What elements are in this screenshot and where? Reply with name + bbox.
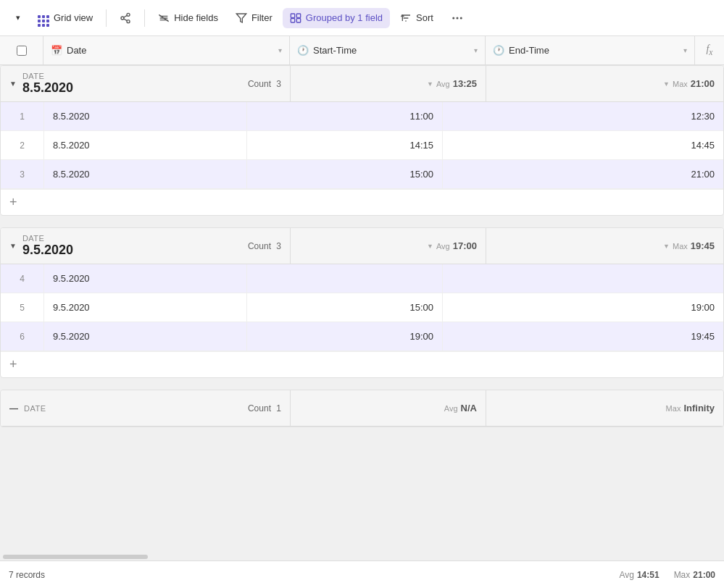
group-3-label: DATE (24, 404, 46, 413)
row-3-end[interactable]: 21:00 (443, 160, 723, 188)
group-2-count-val: 3 (276, 241, 281, 251)
clock-icon-end: 🕐 (493, 45, 504, 56)
header-fx-col[interactable]: fx (695, 36, 724, 64)
row-4-end[interactable] (443, 264, 723, 293)
group-3-header-middle: Avg N/A (291, 390, 486, 426)
svg-point-2 (127, 20, 130, 22)
group-3-header: — DATE Count 1 Avg N/A Max Infinity (1, 390, 723, 427)
svg-point-0 (127, 13, 130, 16)
row-6-num: 6 (1, 322, 44, 350)
header-start-col[interactable]: 🕐 Start-Time ▾ (290, 36, 486, 64)
row-5-date[interactable]: 9.5.2020 (44, 293, 247, 322)
group-spacer-2 (0, 384, 724, 390)
header-end-col[interactable]: 🕐 End-Time ▾ (486, 36, 695, 64)
view-switcher-button[interactable]: ▾ (9, 9, 28, 27)
group-1-chevron-icon[interactable]: ▼ (9, 80, 17, 88)
toolbar: ▾ Grid view Hide fields Filter (0, 0, 724, 36)
group-1-count: Count 3 (248, 79, 281, 89)
header-date-col[interactable]: 📅 Date ▾ (43, 36, 290, 64)
row-3-start[interactable]: 15:00 (247, 160, 443, 188)
more-button[interactable] (444, 7, 471, 29)
group-1-max-label: Max (673, 80, 688, 88)
sort-label: Sort (416, 12, 433, 23)
svg-point-12 (452, 17, 454, 19)
select-all-checkbox[interactable] (17, 46, 27, 56)
row-5-start[interactable]: 15:00 (247, 293, 443, 322)
grid-view-button[interactable]: Grid view (30, 5, 100, 31)
group-3-count-label: Count (248, 403, 271, 413)
group-1-label: DATE (22, 72, 73, 80)
group-2-header-middle: ▼ Avg 17:00 (291, 228, 486, 264)
row-6-start[interactable]: 19:00 (247, 322, 443, 350)
row-2-start[interactable]: 14:15 (247, 131, 443, 159)
hide-fields-label: Hide fields (174, 12, 218, 23)
group-button[interactable]: Grouped by 1 field (283, 8, 390, 28)
group-2-header-left[interactable]: ▼ DATE 9.5.2020 Count 3 (1, 228, 291, 264)
group-1-max-value: 21:00 (691, 78, 715, 89)
svg-rect-8 (296, 14, 300, 17)
share-button[interactable] (112, 8, 138, 28)
row-4-start[interactable] (247, 264, 443, 293)
group-1-header-left[interactable]: ▼ DATE 8.5.2020 Count 3 (1, 66, 291, 101)
table-row[interactable]: 3 8.5.2020 15:00 21:00 (1, 160, 723, 189)
svg-marker-6 (236, 14, 246, 22)
group-3-header-left[interactable]: — DATE Count 1 (1, 390, 291, 426)
group-2-header: ▼ DATE 9.5.2020 Count 3 ▼ Avg 17:00 (1, 228, 723, 264)
row-2-date[interactable]: 8.5.2020 (44, 131, 247, 159)
table-row[interactable]: 1 8.5.2020 11:00 12:30 (1, 102, 723, 131)
group-2-add-row-button[interactable]: + (1, 351, 723, 377)
group-2-label: DATE (22, 234, 73, 243)
clock-icon-start: 🕐 (297, 45, 309, 56)
footer-avg-stat: Avg 14:51 (619, 570, 659, 580)
group-2-avg-value: 17:00 (453, 240, 477, 251)
group-1-avg-chevron: ▼ (427, 80, 433, 88)
end-col-chevron: ▾ (683, 46, 687, 54)
row-1-start[interactable]: 11:00 (247, 102, 443, 130)
group-1-add-row-button[interactable]: + (1, 189, 723, 215)
row-6-date[interactable]: 9.5.2020 (44, 322, 247, 350)
bottom-padding (0, 430, 724, 466)
footer-avg-label: Avg (619, 570, 633, 580)
group-1-date: 8.5.2020 (22, 80, 73, 96)
header-checkbox-col[interactable] (0, 36, 43, 64)
svg-line-4 (124, 15, 128, 17)
footer-max-stat: Max 21:00 (674, 570, 715, 580)
hide-fields-button[interactable]: Hide fields (151, 8, 225, 28)
svg-rect-10 (296, 18, 300, 22)
group-2-header-right: ▼ Max 19:45 (486, 228, 723, 264)
horizontal-scrollbar[interactable] (0, 553, 724, 560)
table-row[interactable]: 6 9.5.2020 19:00 19:45 (1, 322, 723, 351)
start-col-chevron: ▾ (474, 46, 478, 54)
svg-rect-7 (291, 14, 294, 17)
row-2-end[interactable]: 14:45 (443, 131, 723, 159)
scrollbar-thumb[interactable] (3, 555, 148, 559)
filter-button[interactable]: Filter (228, 8, 280, 28)
row-3-date[interactable]: 8.5.2020 (44, 160, 247, 188)
group-1-count-label: Count (248, 79, 271, 89)
group-2-chevron-icon[interactable]: ▼ (9, 242, 17, 250)
table-row[interactable]: 2 8.5.2020 14:15 14:45 (1, 131, 723, 160)
table-row[interactable]: 5 9.5.2020 15:00 19:00 (1, 293, 723, 322)
group-2-max-value: 19:45 (691, 240, 715, 251)
row-5-end[interactable]: 19:00 (443, 293, 723, 322)
svg-line-3 (124, 19, 128, 21)
footer-avg-value: 14:51 (637, 570, 659, 580)
row-2-num: 2 (1, 131, 44, 159)
row-4-date[interactable]: 9.5.2020 (44, 264, 247, 293)
grid-icon (38, 9, 49, 27)
group-3-minus-icon[interactable]: — (9, 403, 18, 413)
group-1-avg-label: Avg (436, 80, 450, 88)
footer-max-label: Max (674, 570, 691, 580)
date-col-label: Date (67, 45, 86, 56)
group-2-count: Count 3 (248, 241, 281, 251)
svg-point-14 (460, 17, 462, 19)
row-1-date[interactable]: 8.5.2020 (44, 102, 247, 130)
group-2-count-label: Count (248, 241, 271, 251)
row-6-end[interactable]: 19:45 (443, 322, 723, 350)
sort-button[interactable]: Sort (393, 8, 441, 28)
toolbar-divider-1 (106, 9, 107, 27)
group-2: ▼ DATE 9.5.2020 Count 3 ▼ Avg 17:00 (0, 227, 724, 378)
row-1-end[interactable]: 12:30 (443, 102, 723, 130)
group-2-avg-label: Avg (436, 242, 450, 251)
table-row[interactable]: 4 9.5.2020 (1, 264, 723, 293)
